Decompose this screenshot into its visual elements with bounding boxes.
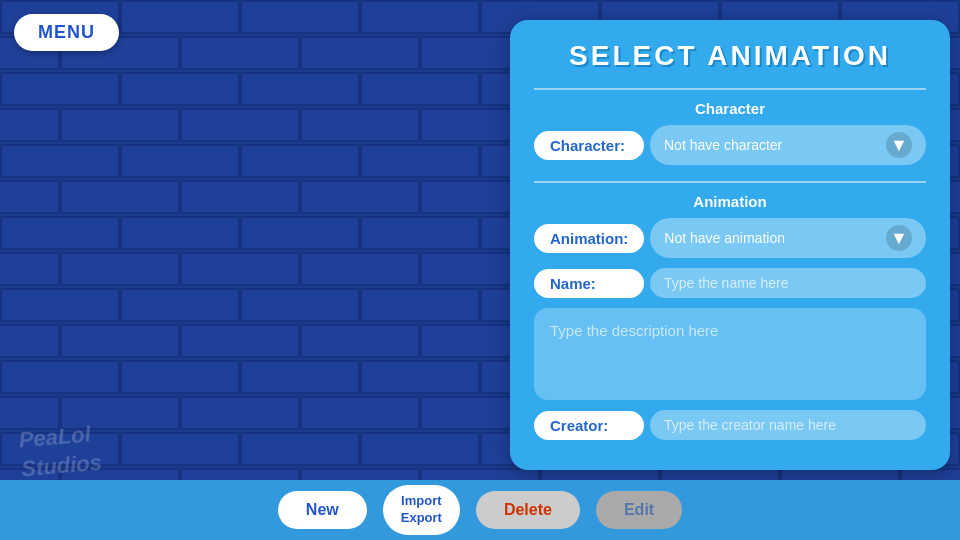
name-input[interactable] <box>650 268 926 298</box>
character-dropdown-chevron: ▼ <box>886 132 912 158</box>
divider-character <box>534 88 926 90</box>
new-button[interactable]: New <box>278 491 367 529</box>
character-section-label: Character <box>534 100 926 117</box>
character-label: Character: <box>534 131 644 160</box>
animation-section-label: Animation <box>534 193 926 210</box>
delete-button[interactable]: Delete <box>476 491 580 529</box>
character-dropdown[interactable]: Not have character ▼ <box>650 125 926 165</box>
bottom-bar: New Import Export Delete Edit <box>0 480 960 540</box>
import-export-button[interactable]: Import Export <box>383 485 460 535</box>
character-dropdown-value: Not have character <box>664 137 782 153</box>
name-field-row: Name: <box>534 268 926 298</box>
description-box[interactable]: Type the description here <box>534 308 926 400</box>
animation-field-row: Animation: Not have animation ▼ <box>534 218 926 258</box>
panel-title: SELECT ANIMATION <box>534 40 926 72</box>
animation-dropdown[interactable]: Not have animation ▼ <box>650 218 926 258</box>
animation-label: Animation: <box>534 224 644 253</box>
creator-field-row: Creator: <box>534 410 926 440</box>
menu-button[interactable]: MENU <box>14 14 119 51</box>
animation-dropdown-chevron: ▼ <box>886 225 912 251</box>
name-label: Name: <box>534 269 644 298</box>
edit-button[interactable]: Edit <box>596 491 682 529</box>
animation-dropdown-value: Not have animation <box>664 230 785 246</box>
creator-label: Creator: <box>534 411 644 440</box>
main-panel: SELECT ANIMATION Character Character: No… <box>510 20 950 470</box>
divider-animation <box>534 181 926 183</box>
creator-input[interactable] <box>650 410 926 440</box>
character-field-row: Character: Not have character ▼ <box>534 125 926 165</box>
